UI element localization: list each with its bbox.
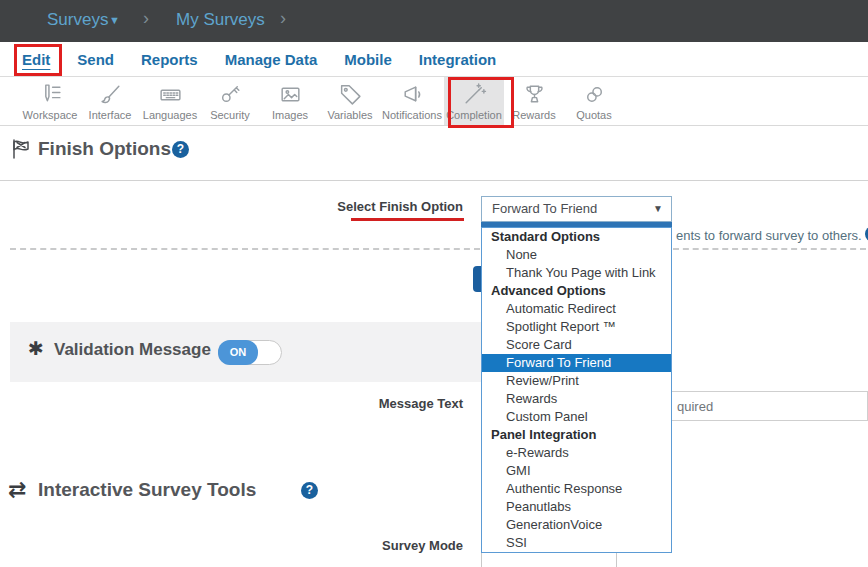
dropdown-option-peanutlabs[interactable]: Peanutlabs <box>482 498 671 516</box>
select-finish-option-label: Select Finish Option <box>200 199 463 214</box>
key-icon <box>218 80 243 108</box>
dashed-divider <box>673 248 866 250</box>
dropdown-option-gmi[interactable]: GMI <box>482 462 671 480</box>
tab-edit[interactable]: Edit <box>22 51 50 68</box>
finish-option-dropdown-list: Standard OptionsNoneThank You Page with … <box>481 227 672 553</box>
breadcrumb-my-surveys[interactable]: My Surveys <box>176 10 265 30</box>
breadcrumb-separator-icon: › <box>280 8 286 29</box>
tab-manage-data[interactable]: Manage Data <box>225 51 318 68</box>
help-icon[interactable]: ? <box>301 482 318 499</box>
toolbar-item-label: Languages <box>143 109 197 121</box>
links-icon <box>582 80 607 108</box>
toolbar-item-label: Rewards <box>512 109 555 121</box>
dropdown-option-score-card[interactable]: Score Card <box>482 336 671 354</box>
brush-icon <box>98 80 123 108</box>
icon-toolbar: WorkspaceInterfaceLanguagesSecurityImage… <box>0 77 868 126</box>
dropdown-option-rewards[interactable]: Rewards <box>482 390 671 408</box>
forward-helper-text: ents to forward survey to others. ? <box>676 226 866 243</box>
breadcrumb-separator-icon: › <box>143 8 149 29</box>
select-finish-option-annotation-underline <box>351 218 464 221</box>
toolbar-item-notifications[interactable]: Notifications <box>380 77 444 125</box>
dropdown-option-forward-to-friend[interactable]: Forward To Friend <box>482 354 671 372</box>
help-icon[interactable]: ? <box>172 141 189 158</box>
trophy-icon <box>522 80 547 108</box>
tag-icon <box>338 80 363 108</box>
tab-send[interactable]: Send <box>77 51 114 68</box>
toolbar-item-label: Notifications <box>382 109 442 121</box>
toolbar-item-workspace[interactable]: Workspace <box>20 77 80 125</box>
megaphone-icon <box>400 80 425 108</box>
dropdown-option-none[interactable]: None <box>482 246 671 264</box>
toolbar-item-label: Images <box>272 109 308 121</box>
finish-option-select-value: Forward To Friend <box>492 201 597 216</box>
message-text-visible-fragment: quired <box>677 399 713 414</box>
toolbar-item-completion[interactable]: Completion <box>444 77 504 125</box>
dropdown-option-automatic-redirect[interactable]: Automatic Redirect <box>482 300 671 318</box>
pen-list-icon <box>38 80 63 108</box>
select-caret-icon: ▼ <box>653 203 663 214</box>
toolbar-item-label: Completion <box>446 109 502 121</box>
toolbar-item-languages[interactable]: Languages <box>140 77 200 125</box>
dropdown-option-thank-you-page-with-link[interactable]: Thank You Page with Link <box>482 264 671 282</box>
tab-reports[interactable]: Reports <box>141 51 198 68</box>
toolbar-item-rewards[interactable]: Rewards <box>504 77 564 125</box>
dropdown-group-standard-options: Standard Options <box>482 228 671 246</box>
dropdown-option-e-rewards[interactable]: e-Rewards <box>482 444 671 462</box>
dropdown-group-panel-integration: Panel Integration <box>482 426 671 444</box>
survey-editor-page: Surveys ▼ › My Surveys › EditSendReports… <box>0 0 868 567</box>
arrows-swap-icon: ⇄ <box>8 477 26 503</box>
toolbar-item-variables[interactable]: Variables <box>320 77 380 125</box>
top-header-bar: Surveys ▼ › My Surveys › <box>0 0 868 42</box>
tab-mobile[interactable]: Mobile <box>344 51 392 68</box>
select-focus-strip <box>481 222 672 227</box>
tab-integration[interactable]: Integration <box>419 51 497 68</box>
toolbar-item-security[interactable]: Security <box>200 77 260 125</box>
image-icon <box>278 80 303 108</box>
nav-tab-bar: EditSendReportsManage DataMobileIntegrat… <box>0 42 868 77</box>
survey-mode-label: Survey Mode <box>200 538 463 553</box>
dropdown-option-ssi[interactable]: SSI <box>482 534 671 552</box>
chevron-down-icon[interactable]: ▼ <box>109 14 120 26</box>
keyboard-icon <box>158 80 183 108</box>
finish-option-select[interactable]: Forward To Friend ▼ <box>481 196 672 222</box>
survey-mode-select[interactable] <box>481 551 617 567</box>
asterisk-icon: ✱ <box>28 337 44 360</box>
dropdown-option-authentic-response[interactable]: Authentic Response <box>482 480 671 498</box>
toolbar-item-label: Interface <box>89 109 132 121</box>
toolbar-item-label: Quotas <box>576 109 611 121</box>
toolbar-item-interface[interactable]: Interface <box>80 77 140 125</box>
flag-icon <box>10 137 34 165</box>
dropdown-option-custom-panel[interactable]: Custom Panel <box>482 408 671 426</box>
toggle-on-label: ON <box>218 340 258 365</box>
message-text-label: Message Text <box>200 396 463 411</box>
toolbar-item-quotas[interactable]: Quotas <box>564 77 624 125</box>
validation-message-title: Validation Message <box>54 340 211 360</box>
dropdown-option-spotlight-report[interactable]: Spotlight Report ™ <box>482 318 671 336</box>
finish-options-title: Finish Options <box>38 138 171 160</box>
wand-icon <box>462 80 487 108</box>
validation-message-toggle[interactable]: ON <box>218 340 282 365</box>
toolbar-item-label: Workspace <box>23 109 78 121</box>
interactive-survey-tools-title: Interactive Survey Tools <box>38 479 256 501</box>
dashed-divider <box>10 248 480 250</box>
dropdown-option-generationvoice[interactable]: GenerationVoice <box>482 516 671 534</box>
dropdown-group-advanced-options: Advanced Options <box>482 282 671 300</box>
breadcrumb-surveys[interactable]: Surveys <box>47 10 108 30</box>
section-divider <box>0 180 868 181</box>
toolbar-item-label: Variables <box>327 109 372 121</box>
toolbar-item-label: Security <box>210 109 250 121</box>
toolbar-item-images[interactable]: Images <box>260 77 320 125</box>
dropdown-option-review-print[interactable]: Review/Print <box>482 372 671 390</box>
